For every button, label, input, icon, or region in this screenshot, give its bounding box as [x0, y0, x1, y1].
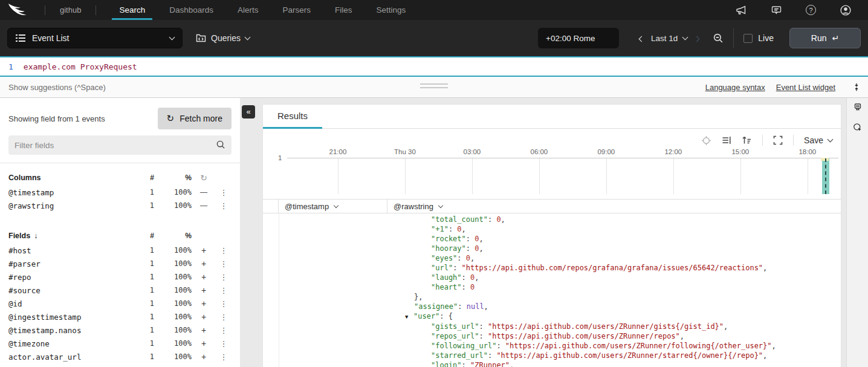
event-bucket-bar[interactable] — [822, 158, 829, 194]
queries-button[interactable]: Queries — [196, 33, 250, 43]
kebab-menu-icon[interactable]: ⋮ — [216, 313, 232, 322]
crosshair-icon[interactable] — [701, 135, 711, 146]
wrap-lines-icon[interactable] — [722, 135, 731, 145]
collapse-vertical-icon[interactable] — [852, 82, 861, 92]
field-count: 1 — [130, 339, 154, 348]
field-row[interactable]: @ingesttimestamp1100%+⋮ — [8, 310, 232, 323]
chart-area: Save 21:00Thu 3003:0006:0009:0012:0015:0… — [263, 129, 841, 199]
sort-ascending-icon[interactable] — [742, 135, 752, 145]
gridline — [472, 158, 473, 194]
event-list-widget-link[interactable]: Event List widget — [776, 83, 835, 92]
language-syntax-link[interactable]: Language syntax — [705, 83, 765, 92]
nav-item-files[interactable]: Files — [331, 0, 356, 20]
add-column-icon[interactable]: + — [192, 285, 216, 295]
suggestion-bar-links: Language syntax Event List widget — [705, 82, 861, 92]
user-avatar-icon[interactable] — [840, 5, 851, 16]
field-percent: 100% — [154, 326, 192, 334]
kebab-menu-icon[interactable]: ⋮ — [216, 286, 232, 295]
field-row[interactable]: actor.display_login1100%+⋮ — [8, 363, 232, 367]
columns-title: Columns — [8, 174, 130, 182]
run-button[interactable]: Run ↵ — [789, 28, 861, 48]
feedback-icon[interactable] — [771, 5, 782, 16]
search-icon — [216, 140, 225, 149]
nav-item-search[interactable]: Search — [115, 0, 149, 20]
field-row[interactable]: #repo1100%+⋮ — [8, 270, 232, 284]
field-row[interactable]: @id1100%+⋮ — [8, 297, 232, 310]
add-column-icon[interactable]: + — [192, 245, 216, 255]
top-nav: github Search Dashboards Alerts Parsers … — [0, 0, 868, 20]
app-root: github Search Dashboards Alerts Parsers … — [0, 0, 868, 367]
nav-item-dashboards[interactable]: Dashboards — [166, 0, 217, 20]
field-row[interactable]: @timestamp.nanos1100%+⋮ — [8, 323, 232, 337]
fetch-more-button[interactable]: ↻ Fetch more — [158, 108, 232, 129]
add-column-icon[interactable]: + — [192, 312, 216, 322]
x-axis-tick-label: Thu 30 — [394, 148, 416, 155]
column-row[interactable]: @rawstring 1 100% — ⋮ — [8, 199, 232, 212]
time-back-button[interactable] — [636, 30, 647, 47]
field-name: #host — [8, 246, 130, 255]
fields-title: Fields — [8, 232, 30, 240]
lamp-icon[interactable] — [853, 103, 863, 112]
refresh-columns-icon[interactable]: ↻ — [192, 173, 216, 183]
field-row[interactable]: #source1100%+⋮ — [8, 284, 232, 297]
column-row[interactable]: @timestamp 1 100% — ⋮ — [8, 186, 232, 199]
nav-item-alerts[interactable]: Alerts — [234, 0, 262, 20]
add-column-icon[interactable]: + — [192, 272, 216, 282]
field-percent: 100% — [154, 246, 192, 255]
nav-item-settings[interactable]: Settings — [373, 0, 410, 20]
percent-header: % — [154, 174, 192, 182]
results-table-body: "total_count": 0,"+1": 0,"rocket": 0,"ho… — [263, 213, 841, 367]
field-row[interactable]: @timezone1100%+⋮ — [8, 337, 232, 350]
event-timeline-chart[interactable]: 21:00Thu 3003:0006:0009:0012:0015:0018:0… — [287, 148, 838, 194]
field-name: @id — [8, 299, 130, 308]
query-text[interactable]: example.com ProxyRequest — [24, 62, 137, 71]
kebab-menu-icon[interactable]: ⋮ — [216, 201, 232, 210]
help-icon[interactable]: ? — [806, 5, 816, 15]
announcements-icon[interactable] — [736, 5, 747, 16]
kebab-menu-icon[interactable]: ⋮ — [216, 352, 232, 362]
kebab-menu-icon[interactable]: ⋮ — [216, 326, 232, 335]
add-column-icon[interactable]: + — [192, 339, 216, 348]
live-toggle[interactable]: Live — [743, 33, 774, 43]
filter-fields-input[interactable] — [8, 135, 232, 155]
kebab-menu-icon[interactable]: ⋮ — [216, 299, 232, 308]
kebab-menu-icon[interactable]: ⋮ — [216, 259, 232, 268]
sort-down-icon[interactable]: ↓ — [34, 232, 37, 240]
editor-resize-handle[interactable] — [420, 83, 448, 91]
json-line: "assignee": null, — [387, 302, 835, 311]
time-range-selector[interactable]: Last 1d — [651, 34, 687, 43]
field-row[interactable]: actor.avatar_url1100%+⋮ — [8, 350, 232, 363]
time-forward-button[interactable] — [691, 30, 702, 47]
suggestions-hint: Show suggestions (^Space) — [8, 83, 106, 92]
field-row[interactable]: #parser1100%+⋮ — [8, 257, 232, 270]
fullscreen-icon[interactable] — [773, 135, 783, 145]
save-button[interactable]: Save — [804, 135, 832, 145]
column-header-timestamp[interactable]: @timestamp — [279, 200, 387, 213]
json-line: "login": "ZRunner", — [387, 360, 835, 367]
field-row[interactable]: #host1100%+⋮ — [8, 244, 232, 257]
add-column-icon[interactable]: + — [192, 299, 216, 308]
kebab-menu-icon[interactable]: ⋮ — [216, 339, 232, 348]
view-selector[interactable]: Event List — [7, 28, 183, 48]
zoom-out-icon[interactable] — [711, 31, 726, 46]
falcon-logo-icon[interactable] — [7, 2, 33, 18]
collapse-toggle-icon[interactable]: ▼ — [405, 312, 413, 322]
add-column-icon[interactable]: + — [192, 259, 216, 268]
add-column-icon[interactable]: + — [192, 352, 216, 362]
gridline — [740, 158, 741, 194]
collapse-fields-panel-button[interactable]: « — [242, 105, 255, 119]
timezone-input[interactable]: +02:00 Rome — [538, 28, 619, 48]
chevron-down-icon — [828, 137, 834, 143]
live-checkbox[interactable] — [743, 34, 753, 43]
repo-selector[interactable]: github — [51, 5, 89, 15]
search-cursor-icon[interactable] — [853, 123, 863, 132]
json-line: "url": "https://api.github.com/repos/gra… — [387, 263, 835, 273]
kebab-menu-icon[interactable]: ⋮ — [216, 273, 232, 282]
nav-item-parsers[interactable]: Parsers — [279, 0, 315, 20]
kebab-menu-icon[interactable]: ⋮ — [216, 188, 232, 197]
tab-results[interactable]: Results — [263, 105, 322, 129]
query-editor[interactable]: 1 example.com ProxyRequest — [0, 56, 868, 77]
kebab-menu-icon[interactable]: ⋮ — [216, 246, 232, 255]
add-column-icon[interactable]: + — [192, 325, 216, 335]
column-header-rawstring[interactable]: @rawstring — [387, 200, 449, 213]
